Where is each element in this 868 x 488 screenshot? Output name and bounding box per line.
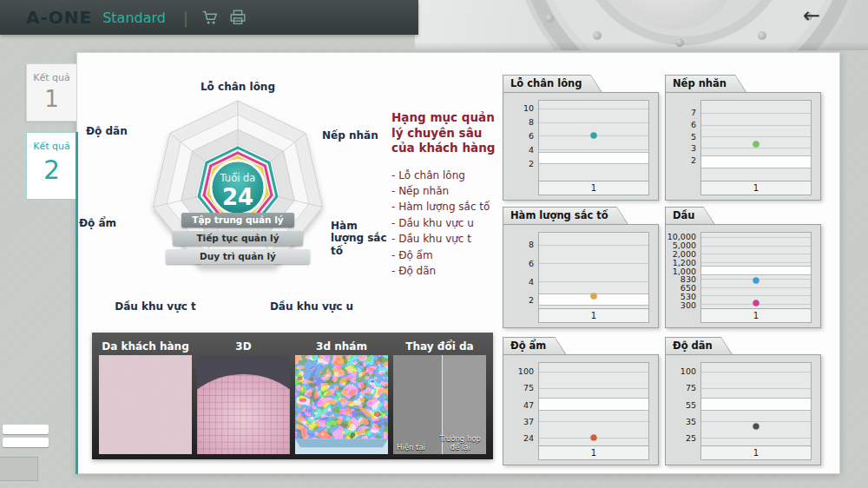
x-tick-label: 1 — [591, 311, 596, 320]
radar-axis-dau-u: Dầu khu vực u — [264, 300, 359, 313]
chart-tab: Dầu — [665, 207, 715, 224]
skin-age-value: 24 — [222, 184, 253, 210]
tab-result-1[interactable]: Kết quả 1 — [26, 63, 76, 122]
chart-title: Hàm lượng sắc tố — [503, 208, 628, 224]
plot-area — [700, 362, 812, 446]
page-chip-2[interactable] — [3, 438, 49, 447]
gallery-title: Thay đổi da — [393, 338, 486, 355]
caption-current: Hiện tại — [397, 444, 434, 452]
gridline — [701, 254, 811, 254]
skin-change-comparison[interactable]: Hiện tại Trường hợp để lại — [393, 355, 486, 454]
management-list: Hạng mục quản lý chuyên sâu của khách hà… — [391, 110, 522, 279]
corner-tab[interactable] — [0, 457, 38, 481]
top-bar: A-ONE Standard | — [0, 0, 418, 35]
device-photo — [415, 0, 868, 50]
skin-3d-mesh[interactable] — [197, 355, 290, 454]
printer-icon[interactable] — [228, 8, 247, 27]
gridline — [701, 388, 811, 389]
x-tick-label: 1 — [591, 448, 596, 458]
chart-tab: Độ ẩm — [503, 337, 566, 354]
skin-roughness-heatmap[interactable] — [295, 355, 388, 454]
active-tab-accent — [76, 132, 78, 474]
gridline — [701, 421, 811, 422]
gallery-title: Da khách hàng — [99, 338, 192, 355]
gridline — [701, 136, 811, 137]
gallery-cell-3d: 3D — [197, 338, 290, 454]
ribbon-maintain-care: Duy trì quản lý — [166, 249, 310, 264]
data-point — [753, 424, 760, 430]
data-point — [591, 293, 597, 300]
chart-body: 10075473724 1 — [503, 354, 659, 465]
gallery-cell-change: Thay đổi da Hiện tại Trường hợp để lại — [393, 338, 486, 454]
chart-body: 10,0005,0002,0001,2001,000830650530300 1 — [665, 224, 821, 328]
chart-title: Nếp nhăn — [666, 76, 746, 92]
radar-axis-do-dan: Độ dãn — [86, 125, 128, 137]
bolt-icon — [758, 31, 766, 40]
tab-result-2-number: 2 — [27, 155, 76, 185]
radar-axis-dau-t: Dầu khu vực t — [108, 300, 203, 313]
gridline — [701, 262, 811, 263]
y-tick-label: 5 — [691, 132, 696, 142]
gridline — [701, 125, 811, 126]
chart-tab: Độ dãn — [665, 337, 733, 354]
gridline — [539, 122, 648, 123]
chart-title: Dầu — [666, 208, 714, 224]
y-tick-label: 4 — [529, 145, 534, 155]
x-axis: 1 — [700, 446, 812, 460]
chart-body: 8642 1 — [503, 224, 659, 328]
x-axis: 1 — [538, 446, 649, 460]
plot-area — [538, 362, 649, 446]
data-point — [591, 434, 597, 440]
skin-photo[interactable] — [99, 355, 192, 454]
highlight-band — [701, 266, 811, 274]
highlight-band — [701, 155, 811, 169]
radar-axis-nep-nhan: Nếp nhăn — [322, 129, 378, 142]
gridline — [701, 438, 811, 439]
plot-area — [538, 100, 649, 181]
plot-area — [538, 232, 649, 309]
main-panel: Tuổi da 24 Lỗ chân lông Nếp nhăn Hàm lượ… — [76, 52, 840, 474]
y-tick-label: 2 — [529, 295, 534, 305]
gallery-title: 3D — [197, 338, 290, 355]
radar-axis-ham-luong: Hàm lượng sắc tố — [331, 220, 393, 257]
tab-result-2[interactable]: Kết quả 2 — [26, 132, 76, 200]
y-tick-label: 7 — [691, 108, 696, 117]
y-tick-label: 3 — [691, 143, 696, 153]
ribbon-focus-care: Tập trung quản lý — [181, 213, 294, 228]
chart-tab: Lỗ chân lông — [503, 75, 602, 92]
y-tick-label: 6 — [691, 120, 696, 129]
chart-title: Độ dãn — [666, 338, 732, 354]
chart-title: Độ ẩm — [503, 338, 565, 354]
back-arrow-icon[interactable]: ← — [803, 3, 820, 28]
management-title: Hạng mục quản lý chuyên sâu của khách hà… — [391, 110, 506, 156]
data-point — [753, 300, 760, 306]
data-point — [753, 141, 760, 147]
bolt-icon — [545, 14, 554, 23]
gridline — [539, 388, 648, 389]
y-tick-label: 6 — [529, 131, 534, 141]
y-tick-label: 4 — [529, 276, 534, 286]
gridline — [701, 113, 811, 114]
gridline — [701, 148, 811, 148]
page-chip-1[interactable] — [3, 425, 49, 434]
gridline — [539, 109, 648, 109]
x-tick-label: 1 — [753, 448, 759, 458]
x-axis: 1 — [700, 181, 812, 195]
cart-icon[interactable] — [201, 8, 220, 27]
management-item: - Nếp nhăn — [391, 183, 522, 199]
caption-projected: Trường hợp để lại — [436, 435, 484, 452]
highlight-band — [539, 152, 648, 164]
bolt-icon — [593, 31, 602, 40]
y-tick-label: 37 — [523, 416, 534, 425]
y-tick-label: 2 — [691, 155, 696, 164]
y-tick-label: 75 — [686, 383, 696, 392]
data-point — [591, 132, 597, 138]
gridline — [539, 372, 648, 373]
management-item: - Hàm lượng sắc tố — [391, 199, 522, 214]
x-tick-label: 1 — [753, 183, 759, 193]
highlight-band — [701, 398, 811, 411]
radar-axis-lo-chan-long: Lỗ chân lông — [177, 81, 299, 93]
gridline — [701, 246, 811, 247]
tab-result-2-label: Kết quả — [27, 141, 76, 152]
y-tick-label: 100 — [681, 366, 696, 375]
